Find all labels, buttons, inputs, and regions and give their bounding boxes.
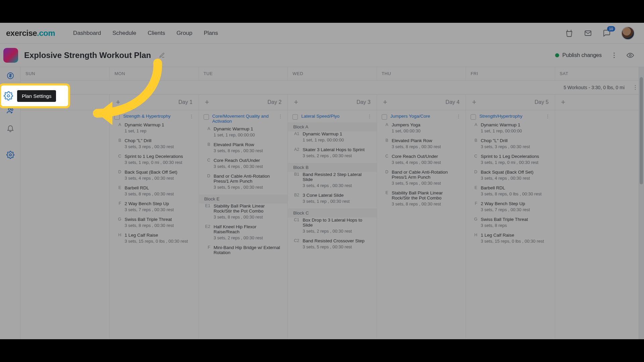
add-day-cell[interactable]: + — [21, 95, 110, 110]
plus-icon[interactable]: + — [294, 98, 298, 107]
exercise-item[interactable]: B1Band Resisted 2 Step Lateral Slide3 se… — [288, 172, 376, 193]
exercise-item[interactable]: F2 Way Bench Step Up3 sets, 7 reps , 00:… — [110, 201, 198, 217]
exercise-item[interactable]: B23 Cone Lateral Slide3 sets, 1 rep , 00… — [288, 193, 376, 208]
exercise-item[interactable]: ADynamic Warmup 11 set, 1 rep, 00:00:00 — [466, 122, 554, 138]
column-kebab-icon[interactable]: ⋮ — [367, 114, 372, 119]
plus-icon[interactable]: + — [561, 98, 566, 107]
exercise-item[interactable]: CCore Reach Out/Under3 sets, 4 reps , 00… — [377, 154, 466, 170]
exercise-item[interactable]: DBack Squat (Back Off Set)3 sets, 4 reps… — [110, 170, 198, 185]
exercise-item[interactable]: H1 Leg Calf Raise3 sets, 15 reps, 0 lbs … — [466, 233, 554, 248]
exercise-item[interactable]: BChop "L" Drill3 sets, 3 reps , 00:30 re… — [110, 138, 198, 154]
column-checkbox[interactable] — [471, 114, 476, 120]
exercise-item[interactable]: BElevated Plank Row3 sets, 8 reps , 00:3… — [199, 142, 287, 158]
exercise-item[interactable]: EStability Ball Plank Linear Rock/Stir t… — [377, 190, 466, 211]
column-kebab-icon[interactable]: ⋮ — [278, 114, 283, 119]
top-nav: exercise.com Dashboard Schedule Clients … — [0, 23, 644, 44]
nav-schedule[interactable]: Schedule — [112, 30, 136, 37]
exercise-item[interactable]: BChop "L" Drill3 sets, 3 reps , 00:30 re… — [466, 138, 554, 154]
exercise-item[interactable]: E2Half Kneel Hip Flexor Raise/Reach3 set… — [199, 224, 287, 245]
chevron-down-icon[interactable] — [54, 85, 59, 90]
exercise-item[interactable]: CSprint to 1 Leg Decelerations3 sets, 1 … — [466, 154, 554, 170]
exercise-item[interactable]: C1Box Drop to 3 Lateral Hops to Slide3 s… — [288, 218, 376, 238]
exercise-item[interactable]: C2Band Resisted Crossover Step3 sets, 5 … — [288, 238, 376, 254]
exercise-item[interactable]: DBand or Cable Anti-Rotation Press/1 Arm… — [377, 170, 466, 190]
column-kebab-icon[interactable]: ⋮ — [456, 114, 461, 119]
nav-group[interactable]: Group — [176, 30, 192, 37]
exercise-item[interactable]: F2 Way Bench Step Up3 sets, 7 reps , 00:… — [466, 201, 554, 217]
add-day-row: ++Day 1+Day 2+Day 3+Day 4+Day 5+ — [21, 95, 644, 110]
eye-icon[interactable] — [627, 52, 634, 59]
nav-dashboard[interactable]: Dashboard — [73, 30, 101, 37]
column-title[interactable]: Jumpers Yoga/Core — [390, 114, 453, 119]
brand-logo[interactable]: exercise.com — [6, 28, 55, 38]
exercise-index: H — [115, 233, 121, 238]
exercise-item[interactable]: DBand or Cable Anti-Rotation Press/1 Arm… — [199, 174, 287, 194]
exercise-item[interactable]: CCore Reach Out/Under3 sets, 4 reps , 00… — [199, 158, 287, 174]
column-title[interactable]: Strength/Hypertrophy — [479, 114, 542, 119]
nav-clients[interactable]: Clients — [148, 30, 165, 37]
exercise-meta: 1 set, 00:00:30 — [382, 127, 461, 137]
plus-icon[interactable]: + — [27, 98, 31, 107]
avatar[interactable] — [621, 26, 635, 40]
exercise-item[interactable]: EBarbell RDL3 sets, 8 reps , 00:30 rest — [110, 185, 198, 201]
publish-button[interactable]: Publish changes — [555, 52, 602, 58]
exercise-item[interactable]: FMini-Band Hip Bridge w/ External Rotati… — [199, 245, 287, 261]
add-day-cell[interactable]: + — [555, 95, 644, 110]
column-title[interactable]: Core/Movement Quality and Activation — [212, 114, 275, 124]
exercise-name: Elevated Plank Row — [214, 142, 283, 147]
mail-icon[interactable] — [584, 29, 592, 38]
plus-icon[interactable]: + — [116, 98, 120, 107]
week-select[interactable]: Week 1 of 2 — [26, 85, 51, 90]
add-day-cell[interactable]: +Day 1 — [110, 95, 199, 110]
scrollbar-thumb[interactable] — [640, 77, 643, 184]
exercise-name: Stability Ball Plank Linear Rock/Stir th… — [392, 190, 461, 200]
scrollbar-track[interactable] — [639, 67, 644, 339]
exercise-item[interactable]: GSwiss Ball Triple Threat3 sets, 8 reps — [466, 217, 554, 233]
column-kebab-icon[interactable]: ⋮ — [189, 114, 194, 119]
exercise-item[interactable]: DBack Squat (Back Off Set)3 sets, 4 reps… — [466, 170, 554, 185]
exercise-item[interactable]: H1 Leg Calf Raise3 sets, 15 reps, 0 lbs … — [110, 233, 198, 248]
exercise-item[interactable]: AJumpers Yoga1 set, 00:00:30 — [377, 122, 466, 138]
plus-icon[interactable]: + — [383, 98, 387, 107]
column-checkbox[interactable] — [292, 114, 298, 120]
exercise-index: D — [471, 170, 477, 175]
svg-point-9 — [9, 154, 11, 156]
exercise-item[interactable]: EBarbell RDL3 sets, 8 reps, 0 lbs , 00:3… — [466, 185, 554, 201]
exercise-item[interactable]: A1Dynamic Warmup 11 set, 1 rep, 00:00:00 — [288, 131, 376, 147]
column-kebab-icon[interactable]: ⋮ — [545, 114, 550, 119]
plus-icon[interactable]: + — [472, 98, 476, 107]
column-checkbox[interactable] — [204, 114, 209, 120]
plan-title: Explosive Strength Workout Plan — [24, 51, 151, 60]
rail-profile-icon[interactable] — [6, 88, 15, 98]
add-day-cell[interactable]: +Day 4 — [377, 95, 466, 110]
exercise-item[interactable]: GSwiss Ball Triple Threat3 sets, 8 reps … — [110, 217, 198, 233]
kebab-icon[interactable] — [610, 52, 618, 59]
add-day-cell[interactable]: +Day 2 — [199, 95, 288, 110]
exercise-item[interactable]: CSprint to 1 Leg Decelerations3 sets, 1 … — [110, 154, 198, 170]
chat-icon[interactable]: 10 — [602, 29, 611, 38]
column-title[interactable]: Lateral Speed/Plyo — [301, 114, 364, 119]
column-checkbox[interactable] — [382, 114, 387, 120]
exercise-item[interactable]: E1Stability Ball Plank Linear Rock/Stir … — [199, 203, 287, 224]
exercise-index: B — [115, 138, 121, 143]
rail-billing-icon[interactable] — [6, 71, 15, 80]
status-dot-icon — [555, 53, 559, 57]
pencil-icon[interactable] — [159, 52, 165, 58]
exercise-item[interactable]: BElevated Plank Row3 sets, 8 reps , 00:3… — [377, 138, 466, 154]
add-day-cell[interactable]: +Day 3 — [288, 95, 377, 110]
rail-group-icon[interactable] — [6, 106, 15, 115]
add-day-cell[interactable]: +Day 5 — [466, 95, 555, 110]
exercise-item[interactable]: A2Skater 3 Lateral Hops to Sprint3 sets,… — [288, 147, 376, 163]
nav-plans[interactable]: Plans — [204, 30, 218, 37]
column-title[interactable]: Strength & Hypertrophy — [123, 114, 185, 119]
exercise-item[interactable]: ADynamic Warmup 11 set, 1 rep, 00:00:00 — [199, 126, 287, 142]
exercise-index: C1 — [293, 218, 299, 228]
plus-icon[interactable]: + — [205, 98, 209, 107]
shop-icon[interactable] — [565, 29, 574, 38]
exercise-name: Dynamic Warmup 1 — [124, 122, 194, 127]
week-kebab-icon[interactable] — [632, 84, 639, 91]
rail-bell-icon[interactable] — [6, 123, 15, 133]
column-checkbox[interactable] — [114, 114, 120, 120]
rail-settings-icon[interactable] — [6, 150, 15, 160]
exercise-item[interactable]: ADynamic Warmup 11 set, 1 rep — [110, 122, 198, 138]
